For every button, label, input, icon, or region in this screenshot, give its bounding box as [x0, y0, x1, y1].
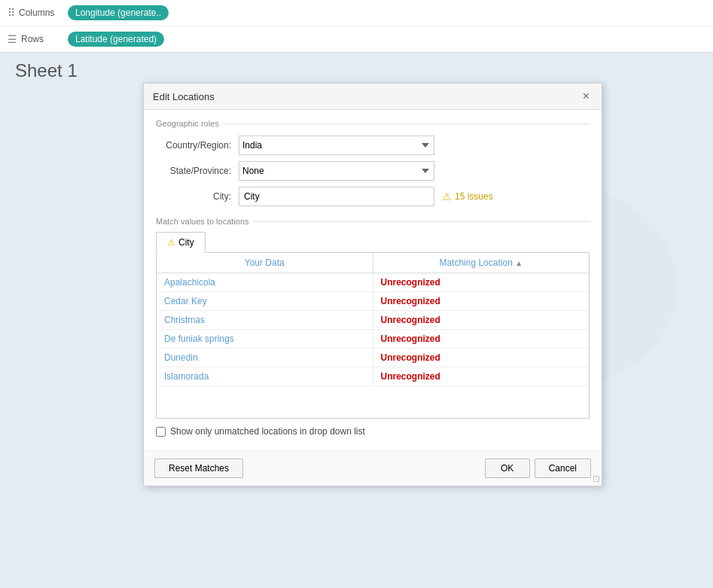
- ok-button[interactable]: OK: [485, 459, 530, 478]
- tabs: ⚠ City: [156, 232, 590, 253]
- city-label: City:: [156, 191, 239, 202]
- dialog-footer: Reset Matches OK Cancel: [144, 450, 602, 486]
- table-row[interactable]: Apalachicola Unrecognized: [157, 273, 589, 292]
- tab-city[interactable]: ⚠ City: [156, 232, 206, 253]
- state-province-select[interactable]: None State: [239, 161, 434, 181]
- country-region-select[interactable]: India United States United Kingdom: [239, 136, 434, 155]
- your-data-header: Your Data: [157, 253, 373, 273]
- match-values-section: Match values to locations ⚠ City Your Da…: [156, 217, 590, 441]
- matching-location-cell: Unrecognized: [373, 292, 589, 311]
- dialog-body: Geographic roles Country/Region: India U…: [144, 110, 602, 450]
- state-province-row: State/Province: None State: [156, 161, 590, 181]
- your-data-cell: Apalachicola: [157, 273, 373, 292]
- country-region-row: Country/Region: India United States Unit…: [156, 136, 590, 155]
- issues-count: 15 issues: [455, 191, 493, 202]
- match-section-label: Match values to locations: [156, 217, 590, 226]
- issues-badge: ⚠ 15 issues: [442, 190, 493, 203]
- columns-icon: ⠿: [8, 7, 15, 19]
- matching-location-cell: Unrecognized: [373, 311, 589, 330]
- columns-label: ⠿ Columns: [8, 7, 68, 19]
- table-row[interactable]: De funiak springs Unrecognized: [157, 330, 589, 349]
- your-data-cell: Dunedin: [157, 349, 373, 367]
- rows-icon: ☰: [8, 33, 17, 45]
- tab-city-label: City: [178, 237, 194, 248]
- data-table-wrapper[interactable]: Your Data Matching Location ▲ Apalachico…: [156, 253, 590, 419]
- your-data-cell: Islamorada: [157, 367, 373, 386]
- sort-arrow: ▲: [515, 259, 523, 267]
- rows-pill[interactable]: Latitude (generated): [68, 32, 164, 47]
- table-row[interactable]: Christmas Unrecognized: [157, 311, 589, 330]
- checkbox-row: Show only unmatched locations in drop do…: [156, 419, 590, 441]
- dialog-title: Edit Locations: [153, 91, 215, 102]
- columns-row: ⠿ Columns Longitude (generate..: [0, 0, 713, 26]
- table-row[interactable]: Cedar Key Unrecognized: [157, 292, 589, 311]
- city-input[interactable]: [239, 187, 434, 206]
- table-row[interactable]: Dunedin Unrecognized: [157, 349, 589, 367]
- matching-location-cell: Unrecognized: [373, 367, 589, 386]
- cancel-button[interactable]: Cancel: [535, 459, 591, 478]
- dialog-close-button[interactable]: ×: [580, 90, 593, 103]
- edit-locations-dialog: Edit Locations × Geographic roles Countr…: [143, 83, 602, 486]
- country-region-label: Country/Region:: [156, 140, 239, 151]
- table-row[interactable]: Islamorada Unrecognized: [157, 367, 589, 386]
- state-province-label: State/Province:: [156, 166, 239, 176]
- rows-row: ☰ Rows Latitude (generated): [0, 26, 713, 53]
- matching-location-cell: Unrecognized: [373, 273, 589, 292]
- matching-location-header: Matching Location ▲: [373, 253, 589, 273]
- matching-location-cell: Unrecognized: [373, 349, 589, 367]
- your-data-cell: De funiak springs: [157, 330, 373, 349]
- reset-matches-button[interactable]: Reset Matches: [154, 459, 243, 478]
- warning-icon: ⚠: [442, 190, 452, 203]
- sheet-title: Sheet 1: [15, 60, 78, 81]
- city-row: City: ⚠ 15 issues: [156, 187, 590, 206]
- table-header-row: Your Data Matching Location ▲: [157, 253, 589, 273]
- show-unmatched-label: Show only unmatched locations in drop do…: [170, 426, 365, 437]
- tab-warning-icon: ⚠: [167, 237, 175, 248]
- toolbar: ⠿ Columns Longitude (generate.. ☰ Rows L…: [0, 0, 713, 53]
- dialog-titlebar: Edit Locations ×: [144, 84, 602, 110]
- your-data-cell: Cedar Key: [157, 292, 373, 311]
- resize-handle[interactable]: ⊡: [593, 474, 600, 484]
- rows-label: ☰ Rows: [8, 33, 68, 45]
- geographic-roles-section-label: Geographic roles: [156, 119, 590, 128]
- matching-location-cell: Unrecognized: [373, 330, 589, 349]
- columns-pill[interactable]: Longitude (generate..: [68, 5, 169, 20]
- data-table: Your Data Matching Location ▲ Apalachico…: [157, 253, 589, 386]
- show-unmatched-checkbox[interactable]: [156, 427, 166, 437]
- your-data-cell: Christmas: [157, 311, 373, 330]
